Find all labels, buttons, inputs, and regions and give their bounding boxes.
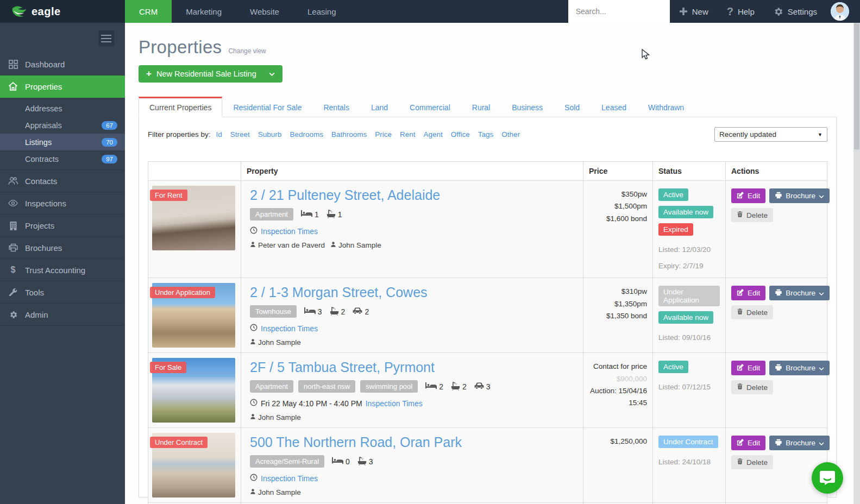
filter-street[interactable]: Street bbox=[230, 130, 250, 138]
person-icon bbox=[250, 488, 256, 496]
inspection-times-link[interactable]: Inspection Times bbox=[261, 474, 318, 483]
tab-sold[interactable]: Sold bbox=[554, 97, 591, 117]
logo[interactable]: eagle bbox=[0, 0, 125, 23]
chat-widget-button[interactable] bbox=[812, 462, 843, 494]
brochure-button[interactable]: Brochure bbox=[769, 188, 830, 203]
scrollbar-thumb[interactable] bbox=[854, 23, 859, 149]
top-nav-crm[interactable]: CRM bbox=[125, 0, 172, 23]
top-nav-leasing[interactable]: Leasing bbox=[293, 0, 350, 23]
brochure-button[interactable]: Brochure bbox=[769, 436, 830, 450]
filter-office[interactable]: Office bbox=[451, 130, 470, 138]
main-content: Properties Change view + New Residential… bbox=[125, 23, 860, 504]
baths-count: 2 bbox=[330, 306, 346, 317]
filter-id[interactable]: Id bbox=[216, 130, 222, 138]
beds-count: 1 bbox=[301, 210, 319, 219]
agent-name: Peter van de Paverd bbox=[250, 241, 325, 249]
tab-rural[interactable]: Rural bbox=[461, 97, 501, 117]
sidebar-item-addresses[interactable]: Addresses bbox=[0, 100, 125, 117]
filter-price[interactable]: Price bbox=[375, 130, 392, 138]
property-title-link[interactable]: 2 / 21 Pulteney Street, Adelaide bbox=[250, 187, 440, 203]
price-line: $350pw bbox=[589, 188, 647, 200]
property-row: Under Application 2 / 1-3 Morgan Street,… bbox=[148, 278, 827, 352]
tab-withdrawn[interactable]: Withdrawn bbox=[637, 97, 695, 117]
delete-button[interactable]: Delete bbox=[731, 380, 773, 394]
printer-icon bbox=[775, 289, 782, 298]
sidebar-item-appraisals[interactable]: Appraisals 67 bbox=[0, 117, 125, 134]
brochure-button[interactable]: Brochure bbox=[769, 361, 830, 375]
bath-icon bbox=[357, 456, 367, 467]
delete-button[interactable]: Delete bbox=[731, 455, 773, 469]
actions-cell: Edit Brochure Delete bbox=[725, 181, 827, 278]
change-view-link[interactable]: Change view bbox=[228, 47, 266, 55]
sidebar-item-contacts[interactable]: Contacts bbox=[0, 170, 125, 192]
tab-current-properties[interactable]: Current Properties bbox=[139, 97, 222, 117]
top-nav: CRMMarketingWebsiteLeasing bbox=[125, 0, 350, 23]
tab-land[interactable]: Land bbox=[360, 97, 399, 117]
filter-bathrooms[interactable]: Bathrooms bbox=[331, 130, 367, 138]
user-avatar[interactable] bbox=[831, 2, 849, 21]
trash-icon bbox=[737, 211, 743, 219]
delete-button[interactable]: Delete bbox=[731, 208, 773, 222]
sidebar-item-admin[interactable]: Admin bbox=[0, 304, 125, 326]
filter-suburb[interactable]: Suburb bbox=[258, 130, 282, 138]
chevron-down-icon[interactable] bbox=[269, 72, 275, 76]
agent-name: John Sample bbox=[330, 241, 381, 249]
brochure-button[interactable]: Brochure bbox=[769, 286, 830, 300]
top-nav-website[interactable]: Website bbox=[236, 0, 293, 23]
tab-business[interactable]: Business bbox=[501, 97, 554, 117]
sidebar-item-dashboard[interactable]: Dashboard bbox=[0, 53, 125, 75]
inspection-times-link[interactable]: Inspection Times bbox=[366, 399, 423, 408]
count-badge: 97 bbox=[102, 155, 117, 163]
tab-commercial[interactable]: Commercial bbox=[399, 97, 461, 117]
status-date: Listed: 07/12/15 bbox=[658, 380, 720, 394]
sidebar-item-trust-accounting[interactable]: $ Trust Accounting bbox=[0, 259, 125, 281]
sidebar-item-brochures[interactable]: Brochures bbox=[0, 237, 125, 259]
property-type-tag: north-east nsw bbox=[298, 380, 355, 393]
inspection-times-link[interactable]: Inspection Times bbox=[261, 324, 318, 333]
sort-select[interactable]: Recently updated ▼ bbox=[714, 127, 827, 142]
tab-rentals[interactable]: Rentals bbox=[312, 97, 360, 117]
person-icon bbox=[250, 413, 256, 421]
filter-other[interactable]: Other bbox=[501, 130, 520, 138]
property-details-cell: 2F / 5 Tambua Street, Pyrmont Apartmentn… bbox=[241, 353, 583, 427]
filter-tags[interactable]: Tags bbox=[478, 130, 494, 138]
property-title-link[interactable]: 2 / 1-3 Morgan Street, Cowes bbox=[250, 285, 428, 300]
sidebar-item-projects[interactable]: Projects bbox=[0, 215, 125, 237]
inspection-times-link[interactable]: Inspection Times bbox=[261, 227, 318, 236]
sidebar-item-tools[interactable]: Tools bbox=[0, 281, 125, 304]
new-button[interactable]: New bbox=[670, 0, 718, 23]
sidebar-item-inspections[interactable]: Inspections bbox=[0, 192, 125, 215]
tab-leased[interactable]: Leased bbox=[591, 97, 637, 117]
status-badge: Available now bbox=[658, 206, 713, 218]
actions-cell: Edit Brochure Delete bbox=[725, 353, 827, 427]
help-button[interactable]: ? Help bbox=[718, 0, 764, 23]
property-title-link[interactable]: 2F / 5 Tambua Street, Pyrmont bbox=[250, 360, 435, 375]
filter-rent[interactable]: Rent bbox=[400, 130, 416, 138]
contacts-icon bbox=[8, 177, 18, 185]
edit-button[interactable]: Edit bbox=[731, 436, 765, 450]
tab-residential-for-sale[interactable]: Residential For Sale bbox=[222, 97, 312, 117]
settings-button[interactable]: Settings bbox=[764, 0, 826, 23]
sidebar-item-properties[interactable]: Properties bbox=[0, 75, 125, 98]
new-residential-sale-listing-button[interactable]: + New Residential Sale Listing bbox=[139, 65, 283, 83]
edit-button[interactable]: Edit bbox=[731, 361, 765, 375]
status-date: Listed: 12/03/20 bbox=[658, 243, 720, 257]
vertical-scrollbar[interactable] bbox=[853, 23, 860, 504]
edit-pencil-icon bbox=[737, 438, 744, 448]
status-badge: Under Contract bbox=[658, 436, 718, 448]
edit-button[interactable]: Edit bbox=[731, 286, 765, 300]
filter-bedrooms[interactable]: Bedrooms bbox=[290, 130, 323, 138]
sidebar-collapse-button[interactable] bbox=[98, 30, 114, 46]
filter-agent[interactable]: Agent bbox=[424, 130, 443, 138]
search-input[interactable] bbox=[568, 0, 670, 23]
sidebar-item-listings[interactable]: Listings 70 bbox=[0, 134, 125, 150]
eye-icon bbox=[8, 199, 18, 207]
sidebar-item-contracts[interactable]: Contracts 97 bbox=[0, 150, 125, 167]
edit-button[interactable]: Edit bbox=[731, 188, 765, 203]
delete-button[interactable]: Delete bbox=[731, 305, 773, 319]
property-type-tag: swimming pool bbox=[360, 380, 418, 393]
edit-pencil-icon bbox=[737, 191, 744, 200]
top-nav-marketing[interactable]: Marketing bbox=[172, 0, 236, 23]
property-title-link[interactable]: 500 The Northern Road, Oran Park bbox=[250, 434, 462, 450]
printer-icon bbox=[8, 243, 18, 252]
